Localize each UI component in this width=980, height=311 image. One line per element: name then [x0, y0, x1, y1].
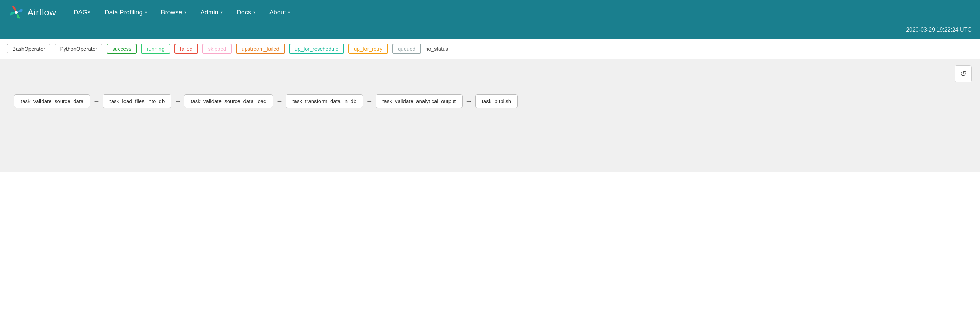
nav-item-docs[interactable]: Docs ▾: [231, 6, 262, 19]
chevron-down-icon: ▾: [253, 10, 255, 15]
legend-running[interactable]: running: [141, 44, 170, 54]
legend-bar: BashOperator PythonOperator success runn…: [0, 39, 980, 59]
dag-arrow-2: →: [171, 97, 184, 105]
dag-arrow-4: →: [363, 97, 375, 105]
dag-node-load-files[interactable]: task_load_files_into_db: [103, 94, 171, 108]
chevron-down-icon: ▾: [221, 10, 223, 15]
chevron-down-icon: ▾: [185, 10, 186, 15]
nav-links: DAGs Data Profiling ▾ Browse ▾ Admin ▾ D…: [68, 6, 972, 19]
legend-success[interactable]: success: [107, 44, 137, 54]
dag-arrow-1: →: [90, 97, 103, 105]
nav-item-dags[interactable]: DAGs: [68, 6, 97, 19]
nav-item-data-profiling[interactable]: Data Profiling ▾: [99, 6, 153, 19]
nav-item-browse[interactable]: Browse ▾: [155, 6, 193, 19]
dag-node-validate-analytical[interactable]: task_validate_analytical_output: [375, 94, 462, 108]
dag-arrow-3: →: [273, 97, 286, 105]
legend-skipped[interactable]: skipped: [202, 44, 232, 54]
legend-bash-operator[interactable]: BashOperator: [7, 44, 50, 53]
legend-failed[interactable]: failed: [175, 44, 198, 54]
legend-up-for-reschedule[interactable]: up_for_reschedule: [289, 44, 344, 54]
svg-point-0: [15, 11, 18, 14]
nav-item-about[interactable]: About ▾: [263, 6, 296, 19]
legend-no-status: no_status: [425, 46, 448, 52]
dag-node-transform-data[interactable]: task_transform_data_in_db: [286, 94, 363, 108]
chevron-down-icon: ▾: [288, 10, 290, 15]
nav-item-admin[interactable]: Admin ▾: [194, 6, 229, 19]
dag-node-validate-source[interactable]: task_validate_source_data: [14, 94, 90, 108]
airflow-logo-icon: [8, 5, 24, 20]
chevron-down-icon: ▾: [145, 10, 147, 15]
refresh-icon: ↺: [960, 69, 966, 78]
dag-node-validate-source-load[interactable]: task_validate_source_data_load: [184, 94, 273, 108]
brand-logo[interactable]: Airflow: [8, 5, 56, 20]
dag-flow: task_validate_source_data → task_load_fi…: [7, 94, 973, 108]
legend-up-for-retry[interactable]: up_for_retry: [348, 44, 388, 54]
dag-arrow-5: →: [463, 97, 475, 105]
legend-upstream-failed[interactable]: upstream_failed: [236, 44, 285, 54]
legend-queued[interactable]: queued: [392, 44, 421, 54]
brand-name: Airflow: [27, 7, 56, 18]
legend-python-operator[interactable]: PythonOperator: [54, 44, 102, 53]
timestamp-bar: 2020-03-29 19:22:24 UTC: [0, 25, 980, 39]
dag-node-publish[interactable]: task_publish: [475, 94, 518, 108]
navbar: Airflow DAGs Data Profiling ▾ Browse ▾ A…: [0, 0, 980, 25]
refresh-button[interactable]: ↺: [955, 65, 972, 82]
graph-container: ↺ task_validate_source_data → task_load_…: [0, 59, 980, 172]
timestamp: 2020-03-29 19:22:24 UTC: [906, 27, 972, 33]
